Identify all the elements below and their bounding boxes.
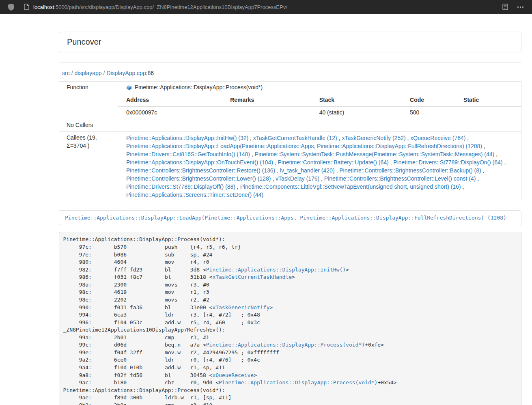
breadcrumb: src/displayapp/DisplayApp.cpp:86 (62, 70, 521, 76)
function-table: Function Pinetime::Applications::Display… (59, 81, 521, 201)
header-remarks: Remarks (222, 94, 311, 106)
header-address: Address (118, 94, 222, 106)
code-symbol-link[interactable]: Pinetime::Applications::DisplayApp::Init… (206, 267, 346, 273)
highlighted-symbol-link[interactable]: Pinetime::Applications::DisplayApp::Load… (65, 215, 506, 221)
main-content: Puncover src/displayapp/DisplayApp.cpp:8… (59, 32, 521, 405)
code-symbol-link[interactable]: xTaskGetCurrentTaskHandle (212, 274, 292, 280)
code-symbol-link[interactable]: Pinetime::Applications::DisplayApp::Proc… (206, 342, 365, 348)
url-path: :5000/path/src/displayapp/DisplayApp.cpp… (54, 4, 287, 10)
callee-link[interactable]: vTaskDelay (176) (276, 175, 319, 182)
code-symbol-link[interactable]: xQueueReceive (212, 372, 254, 378)
function-name: Pinetime::Applications::DisplayApp::Proc… (135, 84, 263, 92)
callee-link[interactable]: Pinetime::Controllers::BrightnessControl… (126, 167, 275, 174)
callee-link[interactable]: Pinetime::Applications::Screens::Timer::… (126, 192, 263, 198)
disassembly: Pinetime::Applications::DisplayApp::Proc… (59, 232, 521, 405)
cell-code: 500 (402, 106, 455, 118)
callees-row: Callees (19, Σ=3704 ) Pinetime::Applicat… (59, 131, 521, 201)
callee-link[interactable]: Pinetime::Controllers::Battery::Update()… (278, 159, 389, 166)
highlight-panel: Pinetime::Applications::DisplayApp::Load… (59, 210, 521, 225)
function-row: Function Pinetime::Applications::Display… (59, 82, 521, 94)
breadcrumb-link[interactable]: displayapp (75, 70, 102, 76)
callee-link[interactable]: Pinetime::System::SystemTask::PushMessag… (255, 151, 495, 157)
callers-list (118, 119, 521, 131)
callee-link[interactable]: Pinetime::Applications::DisplayApp::OnTo… (126, 159, 273, 166)
callee-link[interactable]: xTaskGetCurrentTaskHandle (12) (253, 135, 337, 141)
page-title: Puncover (67, 37, 101, 46)
header-stack: Stack (311, 94, 402, 106)
callee-link[interactable]: Pinetime::Controllers::BrightnessControl… (324, 175, 476, 182)
stats-row-container: Address Remarks Stack Code Static 0x0000… (59, 94, 521, 119)
reader-view-icon[interactable] (502, 4, 508, 10)
menu-dots-icon[interactable] (517, 6, 524, 8)
function-cube-icon (126, 85, 132, 90)
callee-link[interactable]: Pinetime::Controllers::BrightnessControl… (126, 175, 271, 182)
callee-link[interactable]: Pinetime::Drivers::Cst816S::GetTouchInfo… (126, 151, 250, 157)
url-bar[interactable]: localhost:5000/path/src/displayapp/Displ… (24, 4, 502, 10)
callees-list: Pinetime::Applications::DisplayApp::Init… (118, 131, 521, 201)
breadcrumb-link[interactable]: src (62, 70, 70, 76)
cell-stack: 40 (static) (311, 106, 402, 118)
page-title-panel: Puncover (59, 32, 521, 52)
cell-address: 0x0000097c (118, 106, 222, 118)
header-static: Static (455, 94, 521, 106)
shield-icon[interactable] (8, 4, 14, 11)
browser-topbar: localhost:5000/path/src/displayapp/Displ… (0, 0, 532, 14)
breadcrumb-link[interactable]: DisplayApp.cpp (106, 70, 146, 76)
callee-link[interactable]: Pinetime::Drivers::St7789::DisplayOff() … (126, 183, 235, 190)
callee-link[interactable]: Pinetime::Applications::DisplayApp::Init… (126, 135, 248, 141)
divider (59, 62, 521, 62)
callees-label: Callees (19, Σ=3704 ) (59, 131, 118, 201)
breadcrumb-separator: / (70, 70, 75, 76)
header-code: Code (402, 94, 455, 106)
callee-link[interactable]: Pinetime::Components::LittleVgl::SetNewT… (240, 183, 461, 190)
callee-link[interactable]: Pinetime::Applications::DisplayApp::Load… (126, 143, 482, 149)
stats-table: Address Remarks Stack Code Static 0x0000… (118, 94, 521, 119)
no-callers-row: No Callers (59, 119, 521, 131)
stats-values-row: 0x0000097c 40 (static) 500 (118, 106, 521, 118)
stats-row-label (59, 94, 118, 119)
callee-link[interactable]: Pinetime::Controllers::BrightnessControl… (339, 167, 481, 174)
url-text: localhost:5000/path/src/displayapp/Displ… (33, 4, 287, 10)
callee-link[interactable]: xTaskGenericNotify (252) (342, 135, 405, 141)
callee-link[interactable]: Pinetime::Drivers::St7789::DisplayOn() (… (393, 159, 502, 166)
code-symbol-link[interactable]: Pinetime::Applications::DisplayApp::Proc… (219, 379, 377, 386)
breadcrumb-line-number: :86 (146, 70, 154, 76)
callee-link[interactable]: lv_task_handler (420) (280, 167, 335, 174)
callee-link[interactable]: xQueueReceive (764) (410, 135, 465, 141)
code-symbol-link[interactable]: xTaskGenericNotify (212, 304, 269, 310)
no-callers-label: No Callers (59, 119, 118, 131)
cell-remarks (222, 106, 311, 118)
function-label: Function (59, 82, 118, 94)
page-icon (24, 4, 29, 10)
breadcrumb-separator: / (102, 70, 107, 76)
cell-static (455, 106, 521, 118)
url-host: localhost (33, 4, 54, 10)
